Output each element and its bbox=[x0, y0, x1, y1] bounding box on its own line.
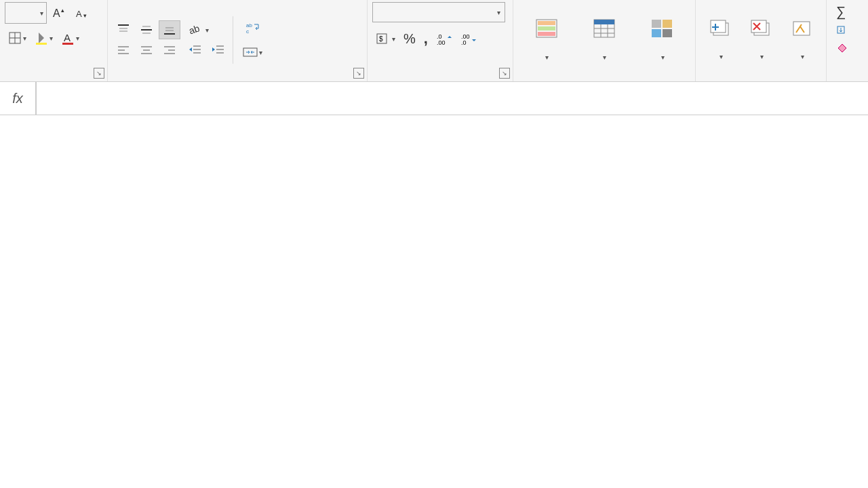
insert-icon bbox=[709, 19, 731, 38]
align-left-button[interactable] bbox=[113, 41, 134, 60]
formula-bar: fx bbox=[0, 82, 868, 115]
align-center-button[interactable] bbox=[136, 41, 157, 60]
chevron-down-icon: ▾ bbox=[719, 53, 723, 60]
decrease-decimal-button[interactable]: .00.0 bbox=[457, 30, 480, 47]
eraser-icon bbox=[836, 41, 848, 52]
font-launcher[interactable]: ↘ bbox=[94, 68, 104, 79]
table-icon bbox=[593, 18, 616, 39]
fill-color-button[interactable]: ▾ bbox=[31, 29, 56, 47]
styles-group: ▾ ▾ ▾ bbox=[513, 0, 696, 81]
increase-indent-button[interactable] bbox=[208, 41, 229, 60]
format-icon bbox=[791, 19, 812, 38]
chevron-down-icon: ▾ bbox=[801, 53, 804, 60]
svg-rect-46 bbox=[538, 26, 555, 30]
increase-decimal-button[interactable]: .0.00 bbox=[433, 30, 456, 47]
svg-rect-9 bbox=[62, 43, 73, 45]
editing-group: ∑ bbox=[827, 0, 868, 81]
chevron-down-icon: ▾ bbox=[661, 54, 665, 61]
conditional-formatting-icon bbox=[535, 18, 558, 39]
svg-rect-7 bbox=[36, 43, 47, 45]
fx-icon[interactable]: fx bbox=[0, 82, 36, 115]
svg-text:A: A bbox=[76, 9, 82, 19]
svg-text:c: c bbox=[246, 28, 249, 35]
svg-rect-61 bbox=[751, 20, 766, 33]
alignment-group: ab▾ abc ▾ ↘ bbox=[108, 0, 368, 81]
svg-text:.00: .00 bbox=[437, 39, 446, 45]
orientation-button[interactable]: ab▾ bbox=[184, 20, 212, 39]
delete-button[interactable]: ▾ bbox=[745, 17, 776, 63]
svg-rect-47 bbox=[538, 32, 555, 36]
delete-icon bbox=[750, 19, 772, 38]
wrap-text-icon: abc bbox=[245, 21, 260, 35]
wrap-text-button[interactable]: abc bbox=[237, 18, 269, 38]
conditional-formatting-button[interactable]: ▾ bbox=[530, 16, 563, 64]
svg-text:▴: ▴ bbox=[61, 7, 64, 14]
ribbon: ▾ A▴ A▾ ▾ ▾ A bbox=[0, 0, 868, 82]
svg-text:ab: ab bbox=[246, 22, 252, 28]
align-right-button[interactable] bbox=[159, 41, 180, 60]
cell-styles-button[interactable]: ▾ bbox=[646, 16, 678, 64]
chevron-down-icon: ▾ bbox=[205, 26, 209, 34]
accounting-format-button[interactable]: $▾ bbox=[372, 30, 399, 47]
cells-group-label bbox=[696, 79, 826, 81]
formula-input[interactable] bbox=[36, 82, 868, 115]
chevron-down-icon: ▾ bbox=[392, 35, 395, 43]
svg-rect-37 bbox=[243, 48, 257, 56]
chevron-down-icon: ▾ bbox=[50, 35, 53, 42]
chevron-down-icon: ▾ bbox=[760, 53, 764, 60]
merge-icon bbox=[243, 45, 258, 59]
alignment-launcher[interactable]: ↘ bbox=[353, 68, 364, 79]
styles-group-label bbox=[513, 79, 695, 81]
autosum-button[interactable]: ∑ bbox=[833, 2, 852, 22]
font-size-input[interactable]: ▾ bbox=[5, 2, 47, 24]
number-format-select[interactable]: ▾ bbox=[372, 2, 505, 22]
chevron-down-icon: ▾ bbox=[23, 35, 26, 42]
font-group: ▾ A▴ A▾ ▾ ▾ A bbox=[0, 0, 108, 81]
chevron-down-icon: ▾ bbox=[545, 54, 549, 61]
chevron-down-icon: ▾ bbox=[259, 49, 262, 56]
chevron-down-icon: ▾ bbox=[40, 9, 43, 17]
svg-text:ab: ab bbox=[188, 22, 201, 36]
svg-text:A: A bbox=[53, 7, 60, 19]
clear-button[interactable] bbox=[833, 39, 854, 54]
cells-group: ▾ ▾ ▾ bbox=[696, 0, 827, 81]
svg-text:▾: ▾ bbox=[83, 12, 87, 19]
svg-rect-45 bbox=[538, 21, 555, 25]
alignment-group-label bbox=[108, 79, 367, 81]
chevron-down-icon: ▾ bbox=[76, 35, 79, 42]
percent-button[interactable]: % bbox=[400, 29, 419, 49]
svg-rect-56 bbox=[652, 29, 661, 37]
svg-rect-54 bbox=[652, 20, 661, 28]
svg-rect-49 bbox=[594, 20, 614, 24]
cell-styles-icon bbox=[650, 18, 673, 39]
number-launcher[interactable]: ↘ bbox=[499, 68, 510, 79]
align-bottom-button[interactable] bbox=[159, 20, 180, 39]
chevron-down-icon: ▾ bbox=[603, 54, 606, 61]
chevron-down-icon: ▾ bbox=[497, 9, 500, 16]
decrease-font-button[interactable]: A▾ bbox=[71, 3, 93, 22]
number-group-label bbox=[368, 79, 513, 81]
format-as-table-button[interactable]: ▾ bbox=[588, 16, 620, 64]
svg-rect-55 bbox=[663, 20, 672, 28]
decrease-indent-button[interactable] bbox=[184, 41, 206, 60]
svg-text:A: A bbox=[64, 32, 71, 43]
increase-font-button[interactable]: A▴ bbox=[48, 3, 70, 22]
align-top-button[interactable] bbox=[113, 20, 134, 39]
number-group: ▾ $▾ % , .0.00 .00.0 ↘ bbox=[368, 0, 513, 81]
format-button[interactable]: ▾ bbox=[786, 17, 817, 63]
borders-button[interactable]: ▾ bbox=[5, 29, 30, 47]
font-color-button[interactable]: A ▾ bbox=[58, 29, 83, 47]
fill-down-icon bbox=[836, 25, 848, 36]
align-middle-button[interactable] bbox=[136, 20, 157, 39]
merge-center-button[interactable]: ▾ bbox=[237, 42, 269, 62]
svg-text:$: $ bbox=[379, 35, 383, 43]
svg-rect-57 bbox=[663, 29, 672, 37]
svg-text:.0: .0 bbox=[461, 39, 467, 45]
fill-button[interactable] bbox=[833, 23, 854, 38]
insert-button[interactable]: ▾ bbox=[705, 17, 736, 63]
comma-button[interactable]: , bbox=[420, 28, 431, 49]
